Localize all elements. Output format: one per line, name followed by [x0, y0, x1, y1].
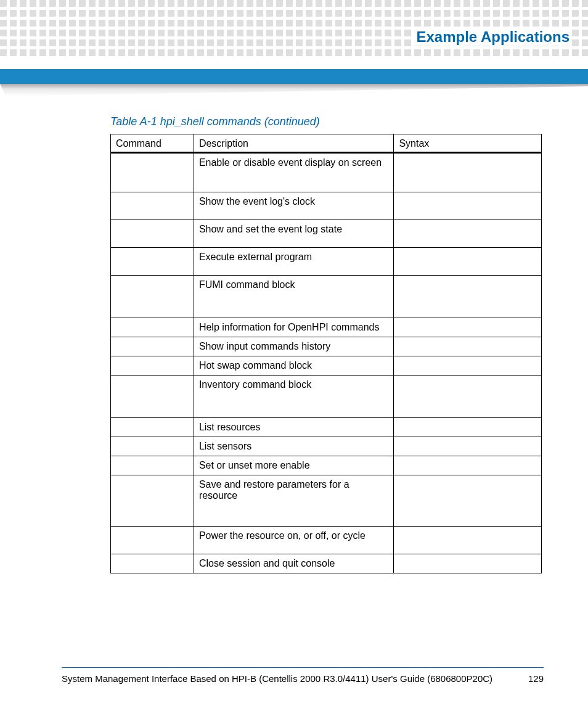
cell-syntax [394, 220, 542, 248]
table-row: Execute external program [111, 248, 542, 276]
cell-command [111, 527, 194, 554]
table-row: List resources [111, 418, 542, 437]
col-syntax: Syntax [394, 134, 542, 153]
cell-description: Help information for OpenHPI commands [194, 318, 393, 337]
page: Example Applications Table A-1 hpi_shell… [0, 0, 588, 706]
col-command: Command [111, 134, 194, 153]
cell-command [111, 437, 194, 456]
cell-syntax [394, 276, 542, 318]
cell-syntax [394, 248, 542, 276]
cell-syntax [394, 337, 542, 356]
page-header-title: Example Applications [414, 28, 572, 46]
table-row: Inventory command block [111, 376, 542, 418]
cell-description: FUMI command block [194, 276, 393, 318]
cell-command [111, 418, 194, 437]
cell-syntax [394, 456, 542, 475]
cell-description: List resources [194, 418, 393, 437]
table-row: Power the resource on, or off, or cycle [111, 527, 542, 554]
cell-command [111, 248, 194, 276]
cell-command [111, 318, 194, 337]
table-row: Hot swap command block [111, 356, 542, 376]
cell-command [111, 276, 194, 318]
table-row: FUMI command block [111, 276, 542, 318]
table-header-row: Command Description Syntax [111, 134, 542, 153]
table-row: Enable or disable event display on scree… [111, 153, 542, 192]
header-shadow [0, 84, 588, 96]
cell-command [111, 475, 194, 527]
cell-description: Show and set the event log state [194, 220, 393, 248]
cell-command [111, 337, 194, 356]
header-blue-bar [0, 69, 588, 84]
footer-text: System Management Interface Based on HPI… [62, 673, 492, 684]
cell-description: List sensors [194, 437, 393, 456]
cell-syntax [394, 153, 542, 192]
cell-description: Show the event log's clock [194, 192, 393, 220]
cell-description: Enable or disable event display on scree… [194, 153, 393, 192]
cell-command [111, 456, 194, 475]
cell-syntax [394, 437, 542, 456]
cell-syntax [394, 527, 542, 554]
cell-syntax [394, 554, 542, 573]
cell-description: Inventory command block [194, 376, 393, 418]
table-row: Set or unset more enable [111, 456, 542, 475]
cell-description: Power the resource on, or off, or cycle [194, 527, 393, 554]
cell-description: Show input commands history [194, 337, 393, 356]
cell-command [111, 192, 194, 220]
cell-description: Close session and quit console [194, 554, 393, 573]
table-row: List sensors [111, 437, 542, 456]
footer-page-number: 129 [528, 673, 544, 684]
cell-description: Set or unset more enable [194, 456, 393, 475]
footer-rule [62, 667, 544, 668]
cell-description: Save and restore parameters for a resour… [194, 475, 393, 527]
cell-syntax [394, 318, 542, 337]
table-row: Close session and quit console [111, 554, 542, 573]
commands-table: Command Description Syntax Enable or dis… [110, 134, 542, 573]
cell-syntax [394, 356, 542, 376]
table-row: Help information for OpenHPI commands [111, 318, 542, 337]
cell-command [111, 554, 194, 573]
cell-description: Hot swap command block [194, 356, 393, 376]
table-row: Save and restore parameters for a resour… [111, 475, 542, 527]
table-row: Show and set the event log state [111, 220, 542, 248]
cell-command [111, 220, 194, 248]
cell-command [111, 376, 194, 418]
cell-syntax [394, 418, 542, 437]
cell-syntax [394, 192, 542, 220]
cell-description: Execute external program [194, 248, 393, 276]
col-description: Description [194, 134, 393, 153]
cell-command [111, 356, 194, 376]
table-caption: Table A-1 hpi_shell commands (continued) [110, 115, 320, 128]
table-row: Show input commands history [111, 337, 542, 356]
cell-syntax [394, 475, 542, 527]
cell-command [111, 153, 194, 192]
cell-syntax [394, 376, 542, 418]
table-row: Show the event log's clock [111, 192, 542, 220]
